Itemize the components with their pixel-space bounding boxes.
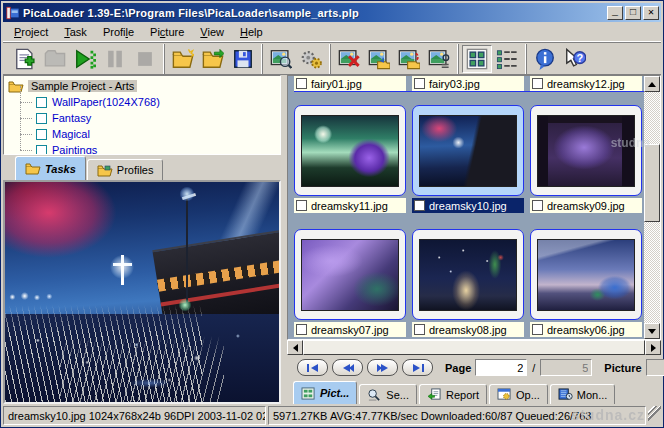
- preview-image-dreamsky10: [5, 182, 279, 402]
- thumb-checkbox[interactable]: [414, 78, 425, 89]
- tree-item-wallpaper-1024x768-[interactable]: WallPaper(1024X768): [18, 94, 280, 110]
- thumb-label-fairy03-jpg[interactable]: fairy03.jpg: [412, 76, 524, 91]
- scroll-left-button[interactable]: [287, 340, 303, 355]
- thumbnail-view-button[interactable]: [462, 45, 492, 73]
- status-right-text: 5971.27KB AVG:47.77KB/sec Downloaded:60/…: [273, 410, 591, 422]
- close-button[interactable]: ✕: [643, 6, 659, 20]
- thumbnail-image-dreamsky09: [537, 115, 635, 187]
- export-folder-button[interactable]: [198, 45, 228, 73]
- thumb-cell-dreamsky11-jpg[interactable]: [294, 105, 406, 196]
- thumb-checkbox[interactable]: [296, 78, 307, 89]
- picture-preview[interactable]: [3, 180, 281, 404]
- maximize-button[interactable]: □: [625, 6, 641, 20]
- status-bar: dreamsky10.jpg 1024x768x24b 96DPI 2003-1…: [3, 404, 661, 425]
- thumbnail-grid: fairy01.jpgfairy03.jpgdreamsky12.jpgdrea…: [288, 76, 644, 339]
- resize-grip[interactable]: [648, 406, 661, 425]
- copy-picture-button[interactable]: [364, 45, 394, 73]
- vertical-scrollbar[interactable]: [644, 76, 660, 339]
- folder-new-icon: [172, 48, 194, 70]
- list-view-button[interactable]: [492, 45, 522, 73]
- page-total-field: [540, 359, 592, 376]
- new-project-folder-button[interactable]: [168, 45, 198, 73]
- tree-item-paintings[interactable]: Paintings: [18, 142, 280, 155]
- thumb-cell-dreamsky09-jpg[interactable]: [530, 105, 642, 196]
- tab-op[interactable]: Op...: [489, 384, 548, 404]
- thumb-checkbox[interactable]: [296, 324, 307, 335]
- thumb-filename: dreamsky06.jpg: [547, 324, 625, 336]
- thumb-checkbox[interactable]: [414, 200, 425, 211]
- tab-se[interactable]: Se...: [359, 384, 417, 404]
- thumb-checkbox[interactable]: [414, 324, 425, 335]
- minimize-button[interactable]: _: [607, 6, 623, 20]
- menu-task[interactable]: Task: [57, 24, 94, 40]
- thumb-label-dreamsky11-jpg[interactable]: dreamsky11.jpg: [294, 198, 406, 213]
- delete-picture-button[interactable]: [334, 45, 364, 73]
- tab-label: Mon...: [577, 389, 608, 401]
- thumb-label-dreamsky10-jpg[interactable]: dreamsky10.jpg: [412, 198, 524, 213]
- menu-help[interactable]: Help: [233, 24, 270, 40]
- folder-arrow-icon: [202, 48, 224, 70]
- vertical-scroll-thumb[interactable]: [644, 144, 660, 222]
- floppy-icon: [232, 48, 254, 70]
- title-bar[interactable]: PicaLoader 1.39-E:\Program Files\PicaLoa…: [3, 3, 661, 22]
- page-input[interactable]: [475, 359, 527, 376]
- tab-tasks[interactable]: Tasks: [15, 156, 86, 180]
- about-info-button[interactable]: [530, 45, 560, 73]
- tree-checkbox[interactable]: [36, 145, 47, 156]
- settings-button[interactable]: [296, 45, 326, 73]
- right-panel: fairy01.jpgfairy03.jpgdreamsky12.jpgdrea…: [287, 75, 661, 404]
- menu-picture[interactable]: Picture: [143, 24, 191, 40]
- picture-properties-button[interactable]: [424, 45, 454, 73]
- thumb-label-dreamsky08-jpg[interactable]: dreamsky08.jpg: [412, 322, 524, 337]
- thumb-cell-dreamsky10-jpg[interactable]: [412, 105, 524, 196]
- thumb-label-dreamsky07-jpg[interactable]: dreamsky07.jpg: [294, 322, 406, 337]
- context-help-button[interactable]: [560, 45, 590, 73]
- tab-pict-icon: [301, 387, 316, 400]
- tab-mon[interactable]: Mon...: [550, 384, 616, 404]
- thumb-label-fairy01-jpg[interactable]: fairy01.jpg: [294, 76, 406, 91]
- vertical-scroll-track[interactable]: [644, 92, 660, 323]
- tree-item-fantasy[interactable]: Fantasy: [18, 110, 280, 126]
- nav-next-icon: [376, 363, 390, 373]
- scroll-down-button[interactable]: [644, 323, 660, 339]
- tab-label: Se...: [386, 389, 409, 401]
- menu-bar: ProjectTaskProfilePictureViewHelp: [3, 22, 661, 42]
- thumb-checkbox[interactable]: [296, 200, 307, 211]
- page-separator: /: [532, 362, 535, 374]
- thumb-cell-dreamsky08-jpg[interactable]: [412, 229, 524, 320]
- tree-checkbox[interactable]: [36, 129, 47, 140]
- menu-view[interactable]: View: [193, 24, 231, 40]
- tab-report[interactable]: Report: [419, 384, 487, 404]
- new-task-button[interactable]: [10, 45, 40, 73]
- move-picture-button[interactable]: [394, 45, 424, 73]
- tree-checkbox[interactable]: [36, 113, 47, 124]
- menu-project[interactable]: Project: [7, 24, 55, 40]
- tree-item-label: Fantasy: [52, 112, 91, 124]
- view-picture-button[interactable]: [266, 45, 296, 73]
- thumb-label-dreamsky06-jpg[interactable]: dreamsky06.jpg: [530, 322, 642, 337]
- thumb-checkbox[interactable]: [532, 324, 543, 335]
- save-project-button[interactable]: [228, 45, 258, 73]
- menu-profile[interactable]: Profile: [96, 24, 141, 40]
- next-page-button[interactable]: [367, 359, 398, 376]
- prev-page-button[interactable]: [332, 359, 363, 376]
- up-arrow-icon: [648, 82, 656, 87]
- scroll-right-button[interactable]: [645, 340, 661, 355]
- horizontal-scroll-thumb[interactable]: [303, 340, 645, 355]
- thumb-label-dreamsky12-jpg[interactable]: dreamsky12.jpg: [530, 76, 642, 91]
- last-page-button[interactable]: [402, 359, 433, 376]
- tab-profiles[interactable]: Profiles: [87, 159, 164, 180]
- thumb-checkbox[interactable]: [532, 200, 543, 211]
- thumb-cell-dreamsky07-jpg[interactable]: [294, 229, 406, 320]
- scroll-up-button[interactable]: [644, 76, 660, 92]
- thumb-label-dreamsky09-jpg[interactable]: dreamsky09.jpg: [530, 198, 642, 213]
- tree-checkbox[interactable]: [36, 97, 47, 108]
- tab-pict[interactable]: Pict...: [293, 381, 357, 404]
- tree-item-magical[interactable]: Magical: [18, 126, 280, 142]
- horizontal-scrollbar[interactable]: [287, 340, 661, 355]
- thumb-checkbox[interactable]: [532, 78, 543, 89]
- start-download-button[interactable]: [70, 45, 100, 73]
- tree-root-project[interactable]: Sample Project - Arts: [8, 78, 280, 94]
- thumb-cell-dreamsky06-jpg[interactable]: [530, 229, 642, 320]
- first-page-button[interactable]: [297, 359, 328, 376]
